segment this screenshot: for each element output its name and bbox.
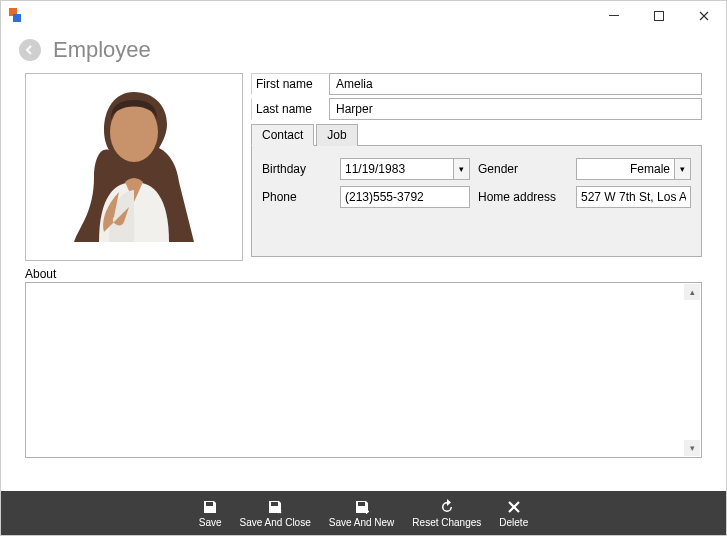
action-bar: Save Save And Close Save And New Reset C…: [1, 491, 726, 535]
gender-label: Gender: [478, 162, 568, 176]
minimize-icon: [609, 11, 619, 21]
tab-job[interactable]: Job: [316, 124, 357, 146]
tabs: Contact Job Birthday ▾ Gender ▾: [251, 123, 702, 257]
save-close-button[interactable]: Save And Close: [236, 498, 315, 528]
back-arrow-icon: [24, 44, 36, 56]
fields-panel: First name Last name Contact Job Birthda…: [251, 73, 702, 257]
last-name-row: Last name: [251, 98, 702, 120]
content: First name Last name Contact Job Birthda…: [1, 67, 726, 462]
svg-rect-0: [609, 15, 619, 16]
first-name-row: First name: [251, 73, 702, 95]
first-name-input[interactable]: [329, 73, 702, 95]
back-button[interactable]: [19, 39, 41, 61]
minimize-button[interactable]: [591, 1, 636, 31]
app-icon: [7, 8, 23, 24]
save-label: Save: [199, 517, 222, 528]
top-row: First name Last name Contact Job Birthda…: [25, 73, 702, 261]
save-new-button[interactable]: Save And New: [325, 498, 399, 528]
titlebar: [1, 1, 726, 31]
delete-label: Delete: [499, 517, 528, 528]
delete-icon: [505, 498, 523, 516]
svg-point-3: [110, 102, 158, 162]
maximize-icon: [654, 11, 664, 21]
phone-label: Phone: [262, 190, 332, 204]
maximize-button[interactable]: [636, 1, 681, 31]
about-wrap: ▴ ▾: [25, 282, 702, 462]
gender-input[interactable]: [576, 158, 675, 180]
scroll-up-icon[interactable]: ▴: [684, 284, 700, 300]
delete-button[interactable]: Delete: [495, 498, 532, 528]
chevron-down-icon[interactable]: ▾: [454, 158, 470, 180]
photo-placeholder-icon: [59, 82, 209, 252]
phone-input[interactable]: [340, 186, 470, 208]
reset-button[interactable]: Reset Changes: [408, 498, 485, 528]
save-close-label: Save And Close: [240, 517, 311, 528]
employee-photo[interactable]: [25, 73, 243, 261]
contact-grid: Birthday ▾ Gender ▾ Phone Home address: [262, 158, 691, 208]
save-icon: [201, 498, 219, 516]
page-title: Employee: [53, 37, 151, 63]
window-controls: [591, 1, 726, 31]
save-new-icon: [353, 498, 371, 516]
tab-body-contact: Birthday ▾ Gender ▾ Phone Home address: [251, 145, 702, 257]
gender-combo[interactable]: ▾: [576, 158, 691, 180]
tab-strip: Contact Job: [251, 123, 702, 145]
about-textarea[interactable]: [25, 282, 702, 458]
about-section: About ▴ ▾: [25, 267, 702, 462]
first-name-label: First name: [251, 73, 329, 95]
birthday-input[interactable]: [340, 158, 454, 180]
scroll-down-icon[interactable]: ▾: [684, 440, 700, 456]
save-new-label: Save And New: [329, 517, 395, 528]
last-name-input[interactable]: [329, 98, 702, 120]
about-label: About: [25, 267, 702, 281]
birthday-label: Birthday: [262, 162, 332, 176]
close-icon: [699, 11, 709, 21]
chevron-down-icon[interactable]: ▾: [675, 158, 691, 180]
close-button[interactable]: [681, 1, 726, 31]
tab-contact[interactable]: Contact: [251, 124, 314, 146]
save-button[interactable]: Save: [195, 498, 226, 528]
titlebar-left: [1, 8, 23, 24]
reset-label: Reset Changes: [412, 517, 481, 528]
save-close-icon: [266, 498, 284, 516]
last-name-label: Last name: [251, 98, 329, 120]
address-label: Home address: [478, 190, 568, 204]
address-input[interactable]: [576, 186, 691, 208]
reset-icon: [438, 498, 456, 516]
birthday-combo[interactable]: ▾: [340, 158, 470, 180]
header: Employee: [1, 31, 726, 67]
svg-rect-1: [654, 12, 663, 21]
